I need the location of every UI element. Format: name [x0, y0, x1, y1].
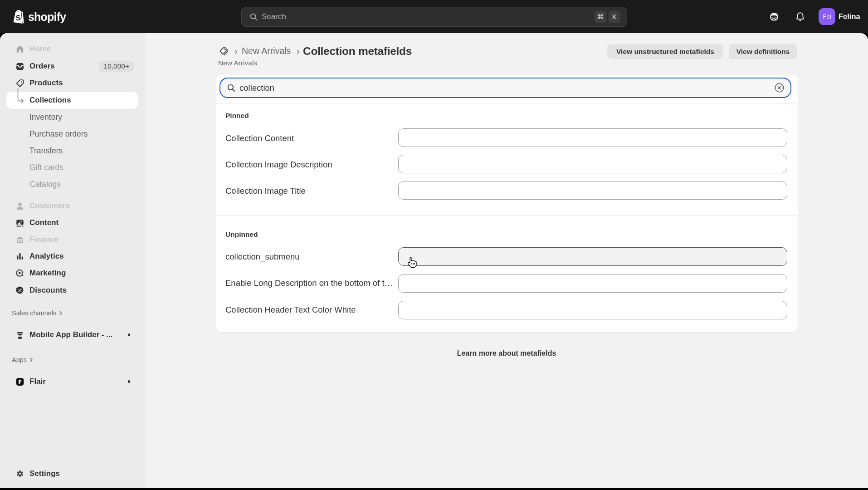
svg-text:S: S [15, 13, 21, 22]
